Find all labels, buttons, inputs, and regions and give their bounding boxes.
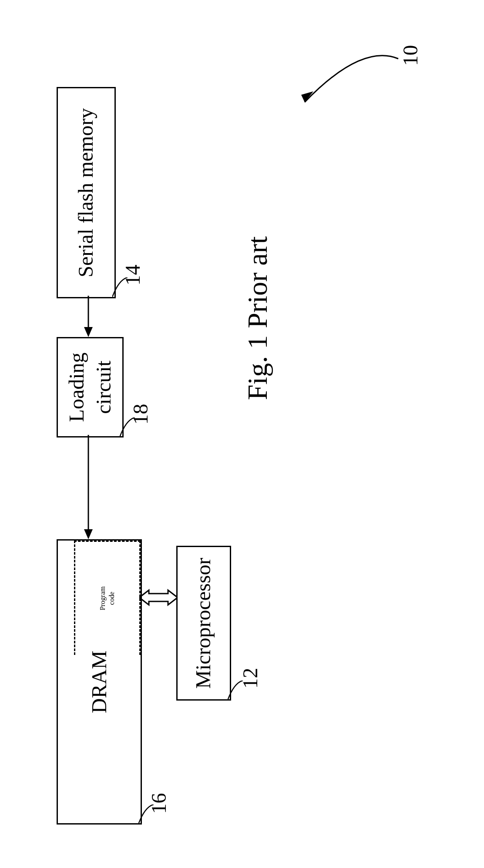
dram-label: DRAM <box>86 651 113 713</box>
svg-marker-4 <box>84 529 93 539</box>
microprocessor-block: Microprocessor <box>176 546 231 701</box>
arrow-10 <box>296 39 400 113</box>
leader-16 <box>138 805 154 824</box>
svg-marker-0 <box>301 91 313 102</box>
leader-12 <box>228 681 243 700</box>
ref-10: 10 <box>398 45 422 66</box>
serial-flash-label: Serial flash memory <box>73 108 100 277</box>
leader-14 <box>112 277 128 297</box>
svg-marker-2 <box>84 327 93 337</box>
loading-circuit-block: Loadingcircuit <box>57 337 124 437</box>
arrow-loading-to-dram <box>82 435 95 541</box>
microprocessor-label: Microprocessor <box>190 558 217 688</box>
double-arrow-dram-microprocessor <box>139 587 178 608</box>
loading-circuit-label: Loadingcircuit <box>63 353 118 422</box>
program-code-label: Programcode <box>98 586 117 610</box>
leader-18 <box>120 417 135 437</box>
figure-caption: Fig. 1 Prior art <box>242 236 274 400</box>
program-code-block: Programcode <box>74 541 141 655</box>
serial-flash-block: Serial flash memory <box>57 87 116 298</box>
arrow-flash-to-loading <box>82 296 95 339</box>
svg-marker-5 <box>139 590 178 605</box>
